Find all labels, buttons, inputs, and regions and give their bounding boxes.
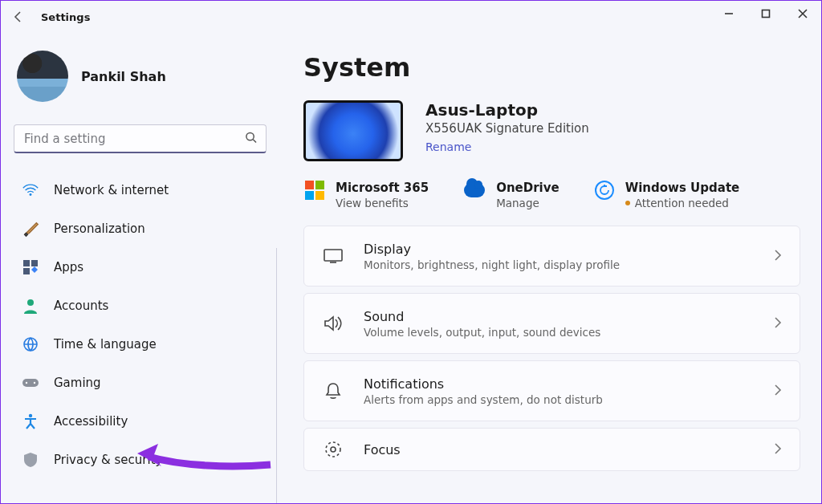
sidebar-item-privacy[interactable]: Privacy & security [14,442,267,478]
sidebar-item-accounts[interactable]: Accounts [14,288,267,323]
svg-rect-12 [324,250,342,261]
close-button[interactable] [784,1,821,26]
svg-rect-8 [22,379,39,387]
wifi-icon [22,181,39,199]
paintbrush-icon [22,220,39,238]
chevron-right-icon [774,249,782,264]
card-title: Sound [364,309,600,324]
svg-point-11 [29,414,32,417]
service-windows-update[interactable]: Windows Update Attention needed [595,181,740,209]
card-focus[interactable]: Focus [303,428,800,471]
service-onedrive[interactable]: OneDrive Manage [464,181,560,209]
card-display[interactable]: Display Monitors, brightness, night ligh… [303,226,800,287]
maximize-button[interactable] [747,1,784,26]
user-block[interactable]: Pankil Shah [17,51,267,102]
focus-icon [322,441,344,458]
shield-icon [22,451,39,469]
search-input[interactable] [14,124,267,153]
sidebar-item-label: Privacy & security [54,453,162,467]
search-icon [245,132,257,147]
card-subtitle: Monitors, brightness, night light, displ… [364,258,620,271]
person-icon [22,297,39,315]
microsoft-365-icon [305,181,324,200]
svg-rect-3 [23,260,30,266]
sidebar-item-accessibility[interactable]: Accessibility [14,404,267,439]
card-title: Focus [364,442,401,457]
service-subtitle: View benefits [336,197,429,209]
back-button[interactable] [12,10,25,23]
card-title: Notifications [364,376,603,392]
card-subtitle: Alerts from apps and system, do not dist… [364,393,603,406]
sidebar-item-label: Time & language [54,337,157,352]
service-title: Microsoft 365 [336,181,429,195]
service-ms365[interactable]: Microsoft 365 View benefits [305,181,429,209]
svg-point-13 [326,442,340,457]
bell-icon [322,382,344,400]
sidebar-nav: Network & internet Personalization Apps … [14,173,267,478]
sidebar-item-label: Apps [54,260,83,274]
accessibility-icon [22,413,39,430]
sidebar-item-label: Accounts [54,299,108,313]
card-sound[interactable]: Sound Volume levels, output, input, soun… [303,293,800,354]
sidebar-item-label: Personalization [54,222,145,236]
sidebar-item-time-language[interactable]: Time & language [14,327,267,362]
service-subtitle: Attention needed [625,197,740,209]
sidebar-item-label: Accessibility [54,414,128,429]
sidebar-item-label: Gaming [54,376,101,390]
sidebar-item-label: Network & internet [54,183,169,197]
svg-rect-0 [763,10,770,18]
sound-icon [322,315,344,331]
svg-point-2 [30,193,32,196]
minimize-button[interactable] [710,1,747,26]
device-name: Asus-Laptop [425,100,589,120]
card-notifications[interactable]: Notifications Alerts from apps and syste… [303,360,800,421]
device-model: X556UAK Signature Edition [425,121,589,136]
card-title: Display [364,242,620,257]
gamepad-icon [22,374,39,392]
chevron-right-icon [774,442,782,457]
display-icon [322,249,344,263]
window-title: Settings [41,11,90,23]
chevron-right-icon [774,384,782,399]
apps-icon [22,258,39,276]
svg-point-14 [331,447,336,452]
svg-point-1 [246,132,254,140]
status-dot-icon [625,201,630,205]
windows-update-icon [595,181,614,200]
svg-rect-4 [31,260,38,266]
service-title: OneDrive [496,181,560,195]
service-title: Windows Update [625,181,740,195]
device-thumbnail [303,100,403,161]
onedrive-icon [464,183,485,197]
sidebar-item-network[interactable]: Network & internet [14,173,267,208]
chevron-right-icon [774,316,782,331]
card-subtitle: Volume levels, output, input, sound devi… [364,326,600,339]
sidebar-item-apps[interactable]: Apps [14,250,267,285]
svg-point-6 [27,299,34,306]
service-subtitle: Manage [496,197,560,209]
rename-link[interactable]: Rename [425,140,471,153]
sidebar-item-personalization[interactable]: Personalization [14,211,267,246]
user-name: Pankil Shah [81,69,166,84]
user-avatar [17,51,68,102]
page-title: System [303,52,800,83]
globe-clock-icon [22,335,39,353]
sidebar-item-gaming[interactable]: Gaming [14,365,267,400]
svg-point-9 [26,382,27,384]
svg-point-10 [34,382,35,384]
svg-rect-5 [23,268,30,274]
